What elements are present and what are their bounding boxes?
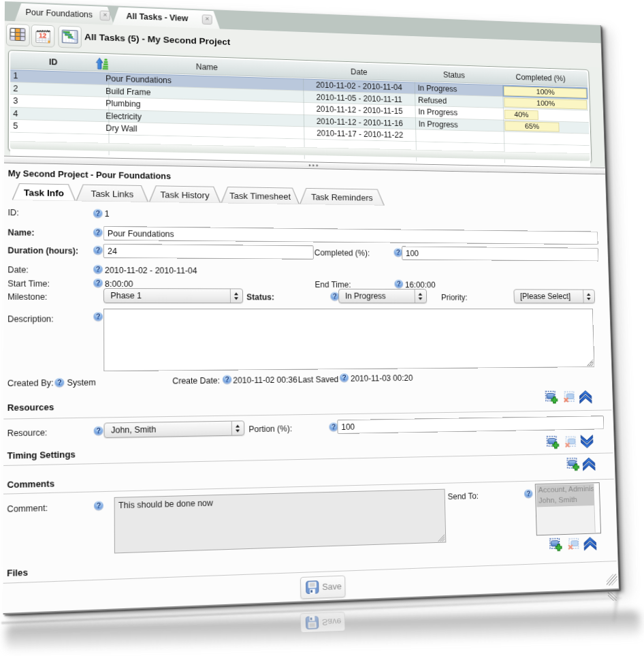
svg-text:12: 12: [39, 32, 47, 40]
